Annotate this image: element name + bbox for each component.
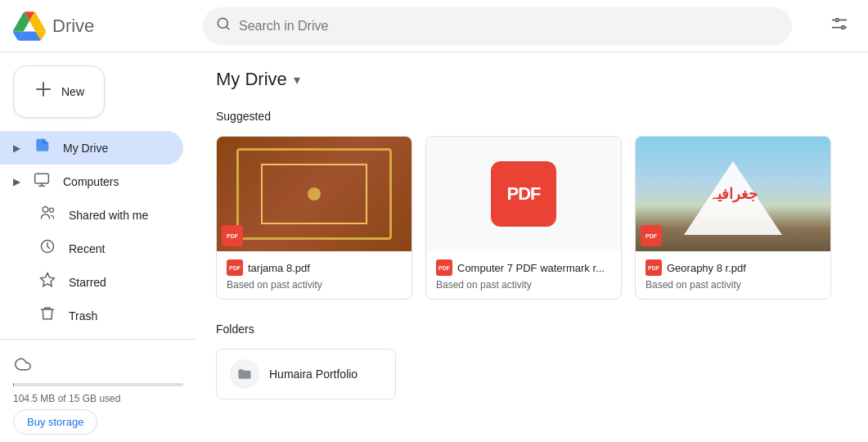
storage-bar-fill [13,383,14,386]
folder-icon-wrap [230,359,259,389]
buy-storage-button[interactable]: Buy storage [13,409,97,435]
plus-icon [34,79,53,104]
new-button-label: New [61,85,84,98]
suggested-files-row: PDF PDF tarjama 8.pdf Based on past acti… [216,136,848,300]
folder-name-humaira: Humaira Portfolio [269,368,358,381]
pdf-badge-1: PDF [222,225,243,246]
search-bar[interactable] [203,7,792,45]
page-title: My Drive [216,69,287,90]
file-card-tarjama[interactable]: PDF PDF tarjama 8.pdf Based on past acti… [216,136,412,300]
svg-rect-2 [35,174,49,183]
file-card-thumb-georaphy: جغرافیہ PDF [636,137,830,251]
ornament-border [236,148,392,240]
folders-label: Folders [216,322,848,336]
content-area: My Drive ▾ Suggested PDF [196,52,868,442]
folders-section: Folders Humaira Portfolio [216,322,848,399]
sidebar-item-trash[interactable]: Trash [0,299,183,332]
mountain-arabic-text: جغرافیہ [708,185,758,203]
main-layout: New ▶ My Drive ▶ Computers [0,52,868,442]
sidebar-divider [0,339,196,340]
sidebar-item-computers[interactable]: ▶ Computers [0,165,183,198]
logo-area: Drive [13,10,193,43]
drive-logo-icon [13,10,46,43]
sidebar: New ▶ My Drive ▶ Computers [0,52,196,442]
file-card-georaphy[interactable]: جغرافیہ PDF PDF Georaphy 8 r.pdf Based o… [635,136,831,300]
chevron-down-icon[interactable]: ▾ [294,72,300,88]
pdf-badge-3: PDF [641,225,662,246]
ornament-dot [308,187,321,201]
folder-icon [236,366,253,382]
folder-item-humaira[interactable]: Humaira Portfolio [216,349,396,399]
svg-rect-1 [36,88,51,90]
storage-section: 104.5 MB of 15 GB used Buy storage [0,346,196,442]
storage-cloud-icon [13,356,33,377]
ornament-inner [261,164,367,224]
sidebar-item-shared[interactable]: Shared with me [0,198,183,232]
sidebar-item-label-starred: Starred [69,276,106,289]
expand-icon-computers: ▶ [13,176,20,187]
new-button[interactable]: New [13,65,105,118]
file-card-info-tarjama: PDF tarjama 8.pdf Based on past activity [217,251,412,299]
pdf-icon-computer7: PDF [436,259,452,276]
file-name-computer7: Computer 7 PDF watermark r... [457,262,605,274]
file-card-computer7[interactable]: PDF PDF Computer 7 PDF watermark r... Ba… [425,136,622,300]
sidebar-item-recent[interactable]: Recent [0,232,183,265]
storage-label: 104.5 MB of 15 GB used [13,393,183,404]
pdf-thumb-computer7: PDF [426,137,621,251]
content-header: My Drive ▾ [216,69,848,90]
sidebar-item-label-shared: Shared with me [69,209,148,222]
file-card-name-row-computer7: PDF Computer 7 PDF watermark r... [436,259,611,276]
file-card-info-georaphy: PDF Georaphy 8 r.pdf Based on past activ… [636,251,830,299]
file-sub-computer7: Based on past activity [436,279,611,291]
topbar: Drive [0,0,868,52]
file-card-name-row-tarjama: PDF tarjama 8.pdf [227,259,402,276]
sidebar-item-my-drive[interactable]: ▶ My Drive [0,131,183,165]
file-card-thumb-tarjama: PDF [217,137,412,251]
sidebar-item-label-computers: Computers [63,175,119,188]
recent-icon [38,238,57,259]
starred-icon [38,272,57,292]
svg-point-4 [50,208,54,212]
my-drive-icon [32,138,52,158]
pdf-big-icon-computer7: PDF [491,161,556,227]
search-input[interactable] [239,19,779,34]
file-name-tarjama: tarjama 8.pdf [248,262,310,274]
file-card-name-row-georaphy: PDF Georaphy 8 r.pdf [645,259,821,276]
pdf-icon-georaphy: PDF [645,259,662,276]
expand-icon-my-drive: ▶ [13,142,20,154]
sidebar-item-starred[interactable]: Starred [0,265,183,299]
topbar-right [824,15,855,38]
file-card-thumb-computer7: PDF [426,137,621,251]
sidebar-item-label-trash: Trash [69,309,97,322]
tune-icon[interactable] [824,10,855,43]
search-icon [216,16,231,35]
file-name-georaphy: Georaphy 8 r.pdf [667,262,746,274]
storage-bar-background [13,383,183,386]
pdf-icon-tarjama: PDF [227,259,243,276]
app-name: Drive [52,16,94,37]
mountain-thumb: جغرافیہ [636,137,830,251]
svg-point-3 [43,207,48,213]
trash-icon [38,305,57,326]
file-card-info-computer7: PDF Computer 7 PDF watermark r... Based … [426,251,621,299]
sidebar-item-label-my-drive: My Drive [63,142,108,155]
shared-icon [38,205,57,225]
sidebar-item-label-recent: Recent [69,242,105,255]
file-sub-tarjama: Based on past activity [227,279,402,291]
suggested-label: Suggested [216,110,848,123]
file-sub-georaphy: Based on past activity [645,279,821,291]
computers-icon [32,171,52,192]
